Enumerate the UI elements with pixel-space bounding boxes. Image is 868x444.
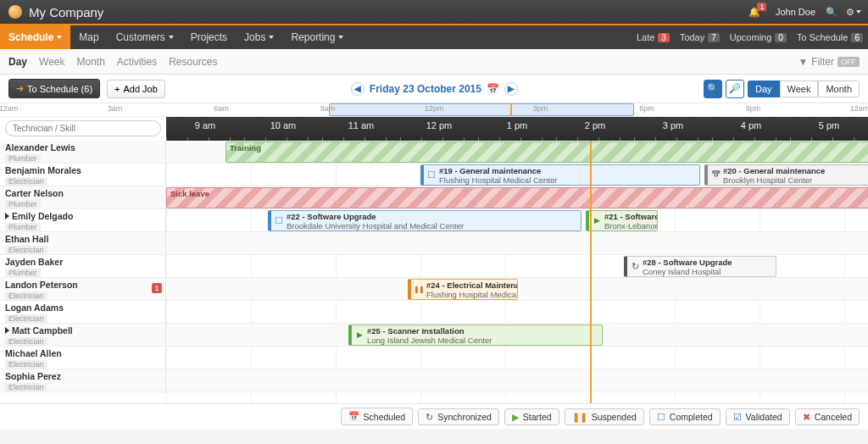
mini-hour-label: 6am bbox=[214, 104, 229, 113]
search-icon[interactable]: 🔍 bbox=[826, 6, 837, 18]
gear-icon[interactable]: ⚙ bbox=[848, 6, 860, 18]
app-logo-icon bbox=[8, 5, 22, 19]
zoom-in-button[interactable]: 🔍 bbox=[704, 80, 722, 98]
stat-today[interactable]: Today7 bbox=[675, 25, 725, 49]
expand-icon[interactable] bbox=[5, 213, 9, 219]
schedule-lane[interactable] bbox=[166, 232, 868, 255]
filter-state: OFF bbox=[837, 57, 860, 67]
add-job-button[interactable]: + Add Job bbox=[107, 80, 165, 98]
tab-month[interactable]: Month bbox=[76, 56, 104, 68]
nav-reporting[interactable]: Reporting bbox=[282, 25, 352, 49]
cancel-icon: ✖ bbox=[803, 412, 810, 422]
technician-sidebar: Alexander LewisPlumberBenjamin MoralesEl… bbox=[0, 117, 166, 392]
now-marker-icon bbox=[510, 103, 512, 116]
schedule-lane[interactable]: Sick leave bbox=[166, 186, 868, 209]
schedule-lane[interactable]: #22 - Software UpgradeBrookdale Universi… bbox=[166, 209, 868, 232]
technician-role: Electrician bbox=[5, 337, 47, 346]
sick-block[interactable]: Sick leave bbox=[166, 187, 868, 208]
mini-hour-label: 9pm bbox=[746, 104, 761, 113]
technician-cell[interactable]: Logan AdamsElectrician bbox=[0, 301, 166, 325]
technician-role: Electrician bbox=[5, 383, 47, 391]
view-week-button[interactable]: Week bbox=[780, 80, 819, 97]
schedule-lane[interactable] bbox=[166, 369, 868, 392]
technician-cell[interactable]: Sophia PerezElectrician bbox=[0, 369, 166, 393]
schedule-lane[interactable]: #19 - General maintenanceFlushing Hospit… bbox=[166, 164, 868, 186]
view-day-button[interactable]: Day bbox=[748, 80, 780, 97]
technician-role: Electrician bbox=[5, 246, 47, 254]
calendar-icon[interactable]: 📅 bbox=[487, 83, 499, 95]
visible-window[interactable] bbox=[329, 103, 634, 116]
technician-cell[interactable]: Jayden BakerPlumber bbox=[0, 255, 166, 279]
schedule-lane[interactable]: #25 - Scanner InstallationLong Island Je… bbox=[166, 324, 868, 347]
bell-icon[interactable]: 🔔1 bbox=[754, 6, 765, 18]
valid-icon: ☑ bbox=[733, 412, 742, 422]
nav-schedule[interactable]: Schedule bbox=[0, 25, 70, 49]
technician-cell[interactable]: Carter NelsonPlumber bbox=[0, 186, 166, 210]
job-card[interactable]: #25 - Scanner InstallationLong Island Je… bbox=[348, 325, 603, 346]
current-date[interactable]: Friday 23 October 2015 bbox=[370, 83, 481, 95]
technician-cell[interactable]: Matt CampbellElectrician bbox=[0, 324, 166, 347]
legend-canceled: ✖Canceled bbox=[795, 408, 860, 425]
technician-cell[interactable]: Alexander LewisPlumber bbox=[0, 141, 166, 164]
job-card[interactable]: #28 - Software UpgradeConey Island Hospi… bbox=[624, 256, 776, 277]
nav-projects[interactable]: Projects bbox=[182, 25, 236, 49]
prev-day-button[interactable]: ◀ bbox=[351, 82, 364, 96]
to-schedule-button[interactable]: ➔ To Schedule (6) bbox=[8, 79, 100, 98]
legend-label: Suspended bbox=[592, 412, 637, 422]
job-card[interactable]: #20 - General maintenanceBrooklyn Hospit… bbox=[704, 164, 868, 186]
nav-jobs[interactable]: Jobs bbox=[236, 25, 282, 49]
job-card[interactable]: #21 - Software UpBronx-Lebanon C bbox=[586, 210, 658, 231]
schedule-lane[interactable]: Training bbox=[166, 141, 868, 164]
user-name[interactable]: John Doe bbox=[776, 7, 815, 17]
filter-label: Filter bbox=[811, 56, 834, 68]
tab-week[interactable]: Week bbox=[39, 56, 64, 68]
nav-customers[interactable]: Customers bbox=[108, 25, 182, 49]
stat-to-schedule[interactable]: To Schedule6 bbox=[792, 25, 868, 49]
technician-cell[interactable]: Landon PetersonElectrician1 bbox=[0, 278, 166, 302]
technician-name: Ethan Hall bbox=[5, 234, 48, 244]
technician-role: Plumber bbox=[5, 200, 41, 208]
chevron-down-icon bbox=[338, 36, 343, 39]
cal-icon bbox=[710, 169, 721, 180]
legend-started: ▶Started bbox=[504, 408, 559, 425]
schedule-lane[interactable] bbox=[166, 301, 868, 324]
job-subtitle: Long Island Jewish Medical Center bbox=[367, 336, 598, 345]
tab-resources[interactable]: Resources bbox=[169, 56, 217, 68]
stat-upcoming[interactable]: Upcoming0 bbox=[725, 25, 792, 49]
add-job-label: Add Job bbox=[123, 84, 157, 94]
hour-label: 10 am bbox=[244, 117, 322, 141]
technician-role: Electrician bbox=[5, 177, 47, 186]
filter-toggle[interactable]: ▼ Filter OFF bbox=[798, 56, 860, 68]
technician-cell[interactable]: Benjamin MoralesElectrician bbox=[0, 164, 166, 187]
technician-name: Logan Adams bbox=[5, 302, 64, 313]
job-subtitle: Flushing Hospital Medical Center bbox=[439, 175, 696, 185]
next-day-button[interactable]: ▶ bbox=[504, 82, 518, 96]
legend-label: Started bbox=[523, 412, 552, 422]
job-card[interactable]: #22 - Software UpgradeBrookdale Universi… bbox=[268, 210, 581, 231]
schedule-lane[interactable]: #24 - Electrical MaintenanceFlushing Hos… bbox=[166, 278, 868, 301]
to-schedule-label: To Schedule (6) bbox=[27, 84, 92, 94]
mini-timeline[interactable]: 12am3am6am9am12pm3pm6pm9pm12am bbox=[0, 103, 868, 117]
technician-cell[interactable]: Ethan HallElectrician bbox=[0, 232, 166, 256]
warning-badge[interactable]: 1 bbox=[152, 283, 162, 293]
tab-day[interactable]: Day bbox=[8, 56, 27, 68]
training-block[interactable]: Training bbox=[225, 142, 868, 163]
nav-map[interactable]: Map bbox=[70, 25, 107, 49]
job-subtitle: Brooklyn Hospital Center bbox=[723, 175, 865, 185]
schedule-lane[interactable]: #28 - Software UpgradeConey Island Hospi… bbox=[166, 255, 868, 278]
expand-icon[interactable] bbox=[5, 327, 9, 334]
job-card[interactable]: #19 - General maintenanceFlushing Hospit… bbox=[420, 164, 700, 186]
job-title: #19 - General maintenance bbox=[439, 166, 696, 175]
stat-late[interactable]: Late3 bbox=[632, 25, 675, 49]
zoom-out-button[interactable]: 🔎 bbox=[726, 80, 744, 98]
tab-activities[interactable]: Activities bbox=[117, 56, 157, 68]
technician-search-input[interactable] bbox=[5, 120, 161, 136]
technician-cell[interactable]: Emily DelgadoPlumber bbox=[0, 209, 166, 233]
technician-cell[interactable]: Michael AllenElectrician bbox=[0, 347, 166, 370]
schedule-lane[interactable] bbox=[166, 347, 868, 369]
legend-label: Completed bbox=[670, 412, 713, 422]
job-title: #21 - Software Up bbox=[604, 212, 654, 221]
view-month-button[interactable]: Month bbox=[818, 80, 860, 97]
stat-count: 3 bbox=[658, 33, 670, 42]
job-card[interactable]: #24 - Electrical MaintenanceFlushing Hos… bbox=[408, 279, 518, 300]
